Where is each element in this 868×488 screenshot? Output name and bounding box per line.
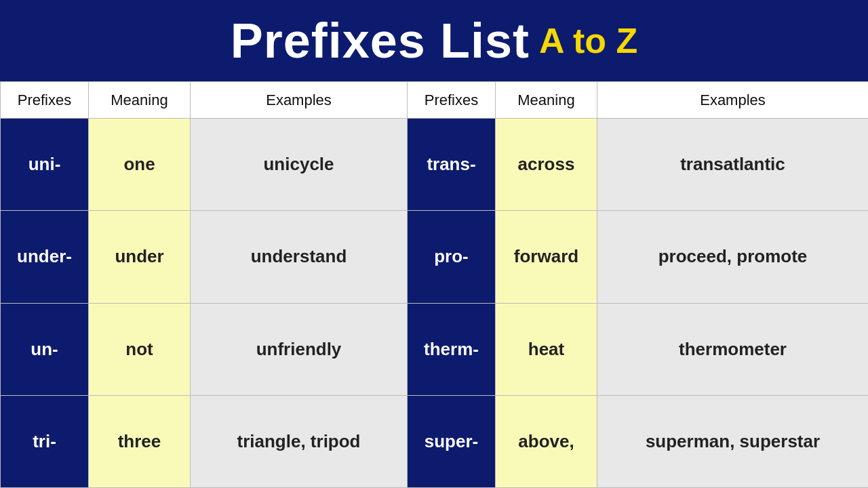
prefix-right-2: therm-: [408, 303, 496, 395]
prefix-left-1: under-: [1, 211, 89, 303]
examples-right-1: proceed, promote: [597, 211, 869, 303]
prefix-left-3: tri-: [1, 395, 89, 487]
examples-left-3: triangle, tripod: [191, 395, 408, 487]
meaning-left-1: under: [89, 211, 191, 303]
col-header-prefix-right: Prefixes: [408, 82, 496, 119]
prefix-left-2: un-: [1, 303, 89, 395]
examples-left-0: unicycle: [191, 119, 408, 211]
examples-left-1: understand: [191, 211, 408, 303]
col-header-meaning-right: Meaning: [496, 82, 597, 119]
col-header-prefix-left: Prefixes: [1, 82, 89, 119]
examples-left-2: unfriendly: [191, 303, 408, 395]
examples-right-2: thermometer: [597, 303, 869, 395]
page-subtitle: A to Z: [539, 20, 637, 61]
examples-right-0: transatlantic: [597, 119, 869, 211]
meaning-left-2: not: [89, 303, 191, 395]
table-row: under-underunderstandpro-forwardproceed,…: [1, 211, 869, 303]
table-row: tri-threetriangle, tripodsuper-above,sup…: [1, 395, 869, 487]
prefix-left-0: uni-: [1, 119, 89, 211]
header-row: Prefixes Meaning Examples Prefixes Meani…: [1, 82, 869, 119]
page-header: Prefixes List A to Z: [0, 0, 868, 81]
prefix-right-3: super-: [408, 395, 496, 487]
table-container: Prefixes Meaning Examples Prefixes Meani…: [0, 81, 868, 488]
meaning-right-1: forward: [496, 211, 597, 303]
examples-right-3: superman, superstar: [597, 395, 869, 487]
prefix-right-1: pro-: [408, 211, 496, 303]
prefixes-table: Prefixes Meaning Examples Prefixes Meani…: [0, 81, 868, 488]
meaning-right-0: across: [496, 119, 597, 211]
meaning-right-3: above,: [496, 395, 597, 487]
table-row: un-notunfriendlytherm-heatthermometer: [1, 303, 869, 395]
col-header-examples-right: Examples: [597, 82, 869, 119]
meaning-left-0: one: [89, 119, 191, 211]
meaning-right-2: heat: [496, 303, 597, 395]
table-row: uni-oneunicycletrans-acrosstransatlantic: [1, 119, 869, 211]
col-header-examples-left: Examples: [191, 82, 408, 119]
page-title: Prefixes List: [231, 13, 530, 68]
prefix-right-0: trans-: [408, 119, 496, 211]
meaning-left-3: three: [89, 395, 191, 487]
col-header-meaning-left: Meaning: [89, 82, 191, 119]
